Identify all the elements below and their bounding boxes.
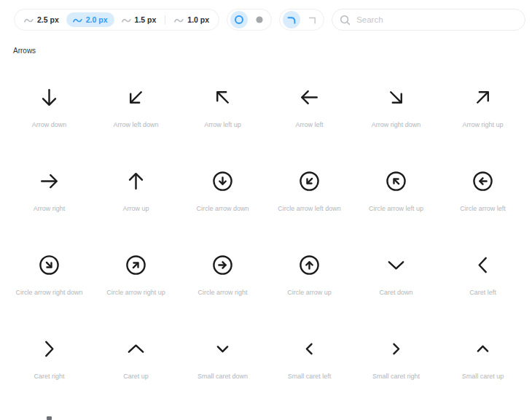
section-title: Arrows xyxy=(13,47,36,55)
icon-cell[interactable]: Small caret right xyxy=(353,324,439,408)
icon-preview xyxy=(299,157,320,205)
icon-preview xyxy=(299,324,320,373)
icon-cell[interactable]: Caret down xyxy=(353,241,439,324)
icon-cell[interactable]: Arrow right down xyxy=(353,73,439,157)
rounded-corner-icon xyxy=(286,15,297,25)
icon-preview xyxy=(386,241,407,289)
icon-label: Arrow right up xyxy=(462,121,503,129)
icon-cell[interactable]: Circle arrow left up xyxy=(353,157,439,241)
icon-preview xyxy=(472,157,493,205)
icon-label: Arrow down xyxy=(32,121,67,129)
caret-right-icon xyxy=(39,338,60,359)
rounded-corner-option[interactable] xyxy=(283,11,300,28)
icon-preview xyxy=(212,73,233,121)
circle-arrow-up-icon xyxy=(299,254,320,276)
icon-cell[interactable]: Arrow right up xyxy=(439,73,526,157)
icon-label: Small caret down xyxy=(197,373,248,381)
stroke-width-option-1-5-px[interactable]: 1.5 px xyxy=(115,12,163,27)
icon-label: Arrow left up xyxy=(204,121,241,129)
circle-arrow-left-up-icon xyxy=(381,166,411,195)
small-caret-left-icon xyxy=(299,338,320,359)
icon-cell[interactable]: Small caret left xyxy=(266,324,353,408)
filled-circle-option[interactable] xyxy=(251,11,268,28)
caret-up-icon xyxy=(125,338,146,359)
icon-label: Arrow right down xyxy=(372,121,421,129)
icon-label: Arrow left xyxy=(295,121,323,129)
icon-cell[interactable]: Arrow left xyxy=(266,73,353,157)
icon-label: Circle arrow right up xyxy=(106,289,165,297)
icon-cell[interactable]: Circle arrow right down xyxy=(6,241,93,324)
icon-cell[interactable]: Caret right xyxy=(6,324,93,408)
arrow-right-down-icon xyxy=(381,82,411,112)
stroke-width-picker: 2.5 px 2.0 px 1.5 px 1.0 px xyxy=(14,9,219,31)
circle-arrow-left-down-icon xyxy=(294,166,324,195)
caret-left-icon xyxy=(472,254,493,276)
search-input[interactable] xyxy=(356,15,517,24)
icon-label: Circle arrow left down xyxy=(278,205,341,213)
icon-cell[interactable]: Circle arrow down xyxy=(179,157,266,241)
arrow-right-icon xyxy=(39,171,60,192)
icon-cell[interactable]: Small caret up xyxy=(439,324,526,408)
icon-preview xyxy=(299,73,320,121)
outline-circle-option[interactable] xyxy=(230,11,248,28)
arrow-down-icon xyxy=(39,87,60,108)
stroke-width-label: 2.0 px xyxy=(86,15,108,24)
divider xyxy=(165,15,165,24)
stroke-width-option-2-5-px[interactable]: 2.5 px xyxy=(17,12,66,27)
icon-preview xyxy=(39,157,60,205)
icon-grid: Arrow downArrow left downArrow left upAr… xyxy=(6,73,526,408)
search-icon xyxy=(340,15,351,26)
icon-cell[interactable]: Caret left xyxy=(439,241,526,324)
icon-preview xyxy=(386,157,407,205)
small-caret-down-icon xyxy=(212,338,233,359)
stroke-width-label: 1.0 px xyxy=(187,15,209,24)
filled-circle-icon xyxy=(256,16,263,23)
icon-cell[interactable]: Circle arrow right up xyxy=(93,241,179,324)
icon-label: Arrow up xyxy=(122,205,149,213)
squiggle-icon xyxy=(73,16,82,24)
icon-preview xyxy=(125,73,146,121)
stroke-width-option-2-0-px[interactable]: 2.0 px xyxy=(66,12,114,27)
small-caret-right-icon xyxy=(386,338,407,359)
icon-label: Circle arrow down xyxy=(196,205,249,213)
arrow-left-icon xyxy=(299,87,320,108)
circle-arrow-right-icon xyxy=(212,254,233,276)
arrow-up-icon xyxy=(125,171,146,192)
circle-arrow-down-icon xyxy=(212,171,233,192)
icon-label: Circle arrow left up xyxy=(369,205,423,213)
icon-cell[interactable]: Arrow down xyxy=(6,73,93,157)
icon-preview xyxy=(386,73,407,121)
icon-cell[interactable]: Circle arrow right xyxy=(179,241,266,324)
icon-preview xyxy=(212,241,233,289)
icon-label: Arrow right xyxy=(34,205,66,213)
icon-cell[interactable]: Circle arrow left down xyxy=(266,157,353,241)
icon-preview xyxy=(472,241,493,289)
arrow-left-down-icon xyxy=(121,82,151,112)
sharp-corner-option[interactable] xyxy=(303,11,321,28)
icon-preview xyxy=(472,73,493,121)
squiggle-icon xyxy=(174,16,184,24)
caret-down-icon xyxy=(386,254,407,276)
icon-label: Circle arrow up xyxy=(287,289,332,297)
search-box xyxy=(332,9,525,31)
icon-cell[interactable]: Arrow up xyxy=(93,157,179,241)
arrow-left-up-icon xyxy=(208,82,238,112)
stroke-width-option-1-0-px[interactable]: 1.0 px xyxy=(168,12,216,27)
icon-preview xyxy=(39,241,60,289)
icon-cell[interactable]: Small caret down xyxy=(179,324,266,408)
icon-cell[interactable]: Caret up xyxy=(93,324,179,408)
circle-arrow-right-down-icon xyxy=(34,249,64,279)
icon-preview xyxy=(39,324,60,373)
next-row-partial-icon xyxy=(47,416,52,420)
icon-label: Caret down xyxy=(379,289,412,297)
icon-cell[interactable]: Arrow left up xyxy=(179,73,266,157)
icon-cell[interactable]: Arrow left down xyxy=(93,73,179,157)
icon-cell[interactable]: Circle arrow up xyxy=(266,241,353,324)
circle-arrow-right-up-icon xyxy=(121,249,151,279)
icon-cell[interactable]: Circle arrow left xyxy=(439,157,526,241)
icon-cell[interactable]: Arrow right xyxy=(6,157,93,241)
icon-preview xyxy=(39,73,60,121)
icon-preview xyxy=(125,157,146,205)
icon-label: Small caret left xyxy=(288,373,332,381)
icon-label: Small caret up xyxy=(462,373,504,381)
